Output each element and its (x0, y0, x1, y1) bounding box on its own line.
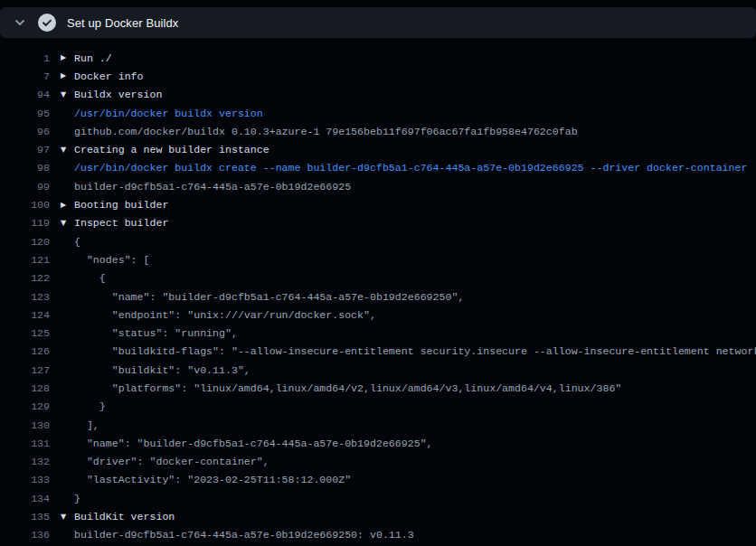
line-number[interactable]: 100 (0, 199, 50, 211)
line-text: "platforms": "linux/amd64,linux/amd64/v2… (74, 382, 621, 394)
log-line: 126 "buildkitd-flags": "--allow-insecure… (0, 343, 756, 361)
group-expanded-icon[interactable]: ▼ (50, 91, 74, 99)
line-number[interactable]: 94 (0, 89, 50, 100)
line-text: Run ./ (74, 52, 112, 64)
line-number[interactable]: 127 (0, 364, 50, 376)
line-number[interactable]: 131 (0, 438, 50, 449)
line-number[interactable]: 129 (0, 400, 50, 412)
log-group-line[interactable]: 135▼BuildKit version (0, 507, 756, 525)
line-number[interactable]: 133 (0, 474, 50, 485)
log-line: 136builder-d9cfb5a1-c764-445a-a57e-0b19d… (0, 526, 756, 544)
log-line: 123 "name": "builder-d9cfb5a1-c764-445a-… (0, 287, 756, 306)
line-text: /usr/bin/docker buildx create --name bui… (74, 162, 747, 174)
log-line: 122 { (0, 269, 756, 287)
log-line: 131 "name": "builder-d9cfb5a1-c764-445a-… (0, 434, 756, 452)
log-line: 128 "platforms": "linux/amd64,linux/amd6… (0, 379, 756, 397)
line-text: "buildkitd-flags": "--allow-insecure-ent… (74, 345, 756, 357)
log-group-line[interactable]: 94▼Buildx version (0, 86, 756, 104)
group-collapsed-icon[interactable]: ▶ (50, 72, 74, 80)
log-line: 120{ (0, 232, 756, 250)
log-line: 125 "status": "running", (0, 324, 756, 342)
line-number[interactable]: 97 (0, 144, 50, 155)
group-expanded-icon[interactable]: ▼ (50, 220, 74, 227)
group-expanded-icon[interactable]: ▼ (50, 146, 74, 154)
log-body: 1▶Run ./7▶Docker info94▼Buildx version95… (0, 38, 756, 546)
line-number[interactable]: 98 (0, 162, 50, 174)
line-number[interactable]: 132 (0, 456, 50, 467)
step-header[interactable]: Set up Docker Buildx (0, 7, 756, 38)
line-text: builder-d9cfb5a1-c764-445a-a57e-0b19d2e6… (74, 529, 414, 541)
line-text: { (74, 236, 80, 248)
line-text: "lastActivity": "2023-02-25T11:58:12.000… (74, 474, 351, 485)
line-number[interactable]: 128 (0, 382, 50, 394)
group-collapsed-icon[interactable]: ▶ (50, 54, 74, 61)
log-line: 134} (0, 489, 756, 507)
line-number[interactable]: 95 (0, 108, 50, 119)
line-text: Docker info (74, 71, 144, 82)
line-number[interactable]: 124 (0, 309, 50, 321)
line-text: ], (74, 419, 99, 431)
log-line: 129 } (0, 398, 756, 416)
line-text: builder-d9cfb5a1-c764-445a-a57e-0b19d2e6… (74, 181, 351, 193)
line-text: Booting builder (74, 199, 168, 211)
log-line: 132 "driver": "docker-container", (0, 453, 756, 471)
line-text: "name": "builder-d9cfb5a1-c764-445a-a57e… (74, 438, 433, 449)
line-text: { (74, 272, 106, 284)
line-text: github.com/docker/buildx 0.10.3+azure-1 … (74, 126, 578, 137)
line-text: Inspect builder (74, 217, 168, 229)
line-number[interactable]: 1 (0, 52, 50, 64)
line-number[interactable]: 136 (0, 529, 50, 541)
log-group-line[interactable]: 97▼Creating a new builder instance (0, 140, 756, 158)
line-text: BuildKit version (74, 511, 175, 522)
line-text: "driver": "docker-container", (74, 456, 269, 467)
line-text: } (74, 493, 80, 504)
line-number[interactable]: 7 (0, 71, 50, 82)
check-circle-icon (38, 14, 56, 32)
log-line: 130 ], (0, 416, 756, 434)
line-number[interactable]: 123 (0, 291, 50, 303)
line-text: "buildkit": "v0.11.3", (74, 364, 250, 376)
line-text: "name": "builder-d9cfb5a1-c764-445a-a57e… (74, 291, 464, 303)
log-line: 96github.com/docker/buildx 0.10.3+azure-… (0, 122, 756, 140)
log-group-line[interactable]: 1▶Run ./ (0, 49, 756, 67)
line-text: Creating a new builder instance (74, 144, 269, 155)
group-collapsed-icon[interactable]: ▶ (50, 202, 74, 209)
line-number[interactable]: 122 (0, 272, 50, 284)
group-expanded-icon[interactable]: ▼ (50, 513, 74, 521)
log-line: 95/usr/bin/docker buildx version (0, 104, 756, 122)
line-number[interactable]: 135 (0, 511, 50, 522)
line-number[interactable]: 134 (0, 493, 50, 504)
log-group-line[interactable]: 7▶Docker info (0, 67, 756, 85)
log-group-line[interactable]: 100▶Booting builder (0, 195, 756, 213)
log-line: 127 "buildkit": "v0.11.3", (0, 361, 756, 379)
line-number[interactable]: 96 (0, 126, 50, 137)
line-text: } (74, 400, 106, 412)
log-line: 121 "nodes": [ (0, 250, 756, 268)
line-number[interactable]: 125 (0, 327, 50, 339)
line-number[interactable]: 126 (0, 345, 50, 357)
line-text: Buildx version (74, 89, 162, 100)
line-text: "nodes": [ (74, 254, 150, 266)
log-group-line[interactable]: 119▼Inspect builder (0, 214, 756, 232)
line-number[interactable]: 99 (0, 181, 50, 193)
log-line: 133 "lastActivity": "2023-02-25T11:58:12… (0, 471, 756, 489)
line-text: "endpoint": "unix:///var/run/docker.sock… (74, 309, 376, 321)
line-number[interactable]: 121 (0, 254, 50, 266)
log-line: 99builder-d9cfb5a1-c764-445a-a57e-0b19d2… (0, 177, 756, 195)
log-line: 98/usr/bin/docker buildx create --name b… (0, 159, 756, 177)
line-text: "status": "running", (74, 327, 238, 339)
step-title: Set up Docker Buildx (67, 16, 178, 30)
line-text: /usr/bin/docker buildx version (74, 108, 263, 119)
chevron-down-icon[interactable] (13, 15, 27, 30)
line-number[interactable]: 119 (0, 217, 50, 229)
line-number[interactable]: 130 (0, 419, 50, 431)
log-line: 124 "endpoint": "unix:///var/run/docker.… (0, 306, 756, 324)
line-number[interactable]: 120 (0, 236, 50, 248)
